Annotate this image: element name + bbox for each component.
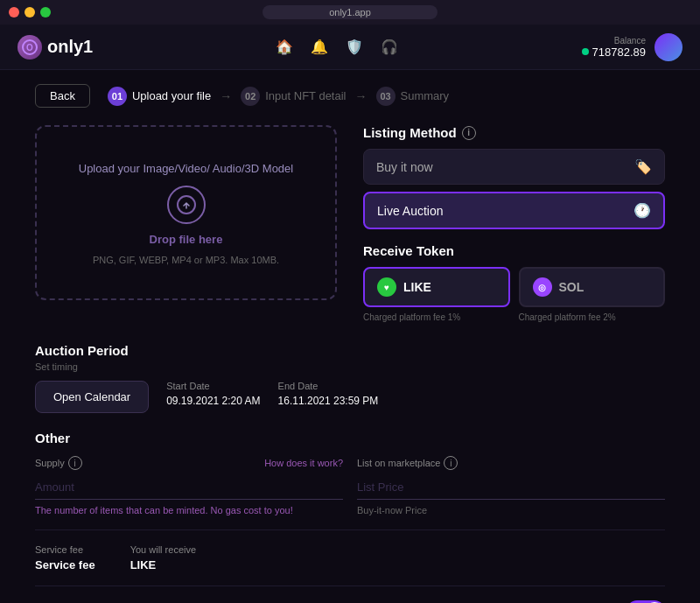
other-row: Supply i How does it work? The number of… (35, 456, 665, 515)
end-date-label: End Date (278, 381, 379, 391)
divider-2 (35, 585, 665, 586)
traffic-lights (9, 7, 51, 18)
other-section: Other Supply i How does it work? The num… (35, 431, 665, 515)
auction-row: Open Calendar Start Date 09.19.2021 2:20… (35, 381, 665, 413)
buy-now-label: Buy it now (376, 160, 433, 174)
sol-fee-label: Charged platform fee 2% (519, 312, 666, 322)
service-row: Service fee Service fee You will receive… (35, 544, 665, 571)
balance-dot (582, 48, 589, 55)
balance-info: Balance 718782.89 (582, 36, 646, 59)
supply-input[interactable] (35, 475, 343, 500)
drop-label: Drop file here (150, 233, 223, 246)
supply-label: Supply i (35, 456, 82, 470)
content-grid: Upload your Image/Video/ Audio/3D Model … (35, 125, 665, 322)
supply-link[interactable]: How does it work? (264, 458, 343, 468)
marketplace-info-icon: i (444, 456, 458, 470)
receive-token-title: Receive Token (363, 243, 454, 258)
service-fee-label: Service fee (35, 544, 95, 555)
logo[interactable]: O only1 (18, 35, 93, 60)
upload-panel: Upload your Image/Video/ Audio/3D Model … (35, 125, 337, 300)
url-bar: only1.app (262, 5, 438, 19)
auction-period-section: Auction Period Set timing Open Calendar … (35, 343, 665, 413)
like-token-label: LIKE (403, 280, 431, 294)
steps-bar: Back 01 Upload your file → 02 Input NFT … (35, 84, 665, 108)
marketplace-col: List on marketplace i Buy-it-now Price (357, 456, 665, 515)
other-title: Other (35, 431, 665, 445)
receive-token-section: Receive Token ♥ LIKE ◎ SOL Charged platf… (363, 243, 665, 322)
supply-hint: The number of items that can be minted. … (35, 505, 343, 515)
upload-title: Upload your Image/Video/ Audio/3D Model (79, 160, 293, 178)
marketplace-label: List on marketplace i (357, 456, 458, 470)
step-1: 01 Upload your file (108, 87, 211, 106)
step-2-circle: 02 (241, 87, 260, 106)
step-1-circle: 01 (108, 87, 127, 106)
upload-formats: PNG, GIF, WEBP, MP4 or MP3. Max 10MB. (93, 255, 279, 265)
avatar[interactable] (654, 33, 682, 61)
start-date-col: Start Date 09.19.2021 2:20 AM (166, 381, 260, 407)
start-date-label: Start Date (166, 381, 260, 391)
upload-area[interactable]: Upload your Image/Video/ Audio/3D Model … (35, 125, 337, 300)
listing-method-title: Listing Method (363, 125, 457, 140)
logo-text: only1 (47, 37, 93, 57)
minimize-icon[interactable] (24, 7, 35, 18)
auction-period-sub: Set timing (35, 361, 665, 372)
shield-icon[interactable]: 🛡️ (346, 39, 363, 55)
listing-option-live-auction[interactable]: Live Auction 🕐 (363, 192, 665, 229)
date-cols: Start Date 09.19.2021 2:20 AM End Date 1… (166, 381, 665, 407)
nav-right: Balance 718782.89 (582, 33, 682, 61)
listing-method-info-icon: i (462, 126, 476, 140)
token-options: ♥ LIKE ◎ SOL (363, 267, 665, 307)
receive-col: You will receive LIKE (130, 544, 196, 571)
logo-icon: O (18, 35, 42, 60)
step-3: 03 Summary (376, 87, 450, 106)
open-calendar-button[interactable]: Open Calendar (35, 381, 149, 413)
upload-icon (167, 186, 206, 224)
buy-it-now-label: Buy-it-now Price (357, 505, 665, 515)
back-button[interactable]: Back (35, 84, 90, 108)
auction-period-title: Auction Period (35, 343, 665, 358)
buy-now-icon: 🏷️ (634, 158, 652, 175)
sol-token-label: SOL (559, 280, 584, 294)
receive-label: You will receive (130, 544, 196, 555)
token-like-btn[interactable]: ♥ LIKE (363, 267, 510, 307)
live-auction-icon: 🕐 (634, 202, 651, 219)
supply-label-row: Supply i How does it work? (35, 456, 343, 470)
bell-icon[interactable]: 🔔 (311, 39, 328, 55)
like-fee-label: Charged platform fee 1% (363, 312, 510, 322)
supply-col: Supply i How does it work? The number of… (35, 456, 343, 515)
listing-method-header: Listing Method i (363, 125, 665, 140)
listing-options: Buy it now 🏷️ Live Auction 🕐 (363, 149, 665, 229)
divider-1 (35, 529, 665, 530)
fee-labels: Charged platform fee 1% Charged platform… (363, 312, 665, 322)
receive-value: LIKE (130, 558, 196, 571)
close-icon[interactable] (9, 7, 19, 18)
headphones-icon[interactable]: 🎧 (381, 39, 398, 55)
listing-option-buy-now[interactable]: Buy it now 🏷️ (363, 149, 665, 185)
start-date-value: 09.19.2021 2:20 AM (166, 395, 260, 407)
step-1-label: Upload your file (132, 89, 211, 102)
marketplace-label-row: List on marketplace i (357, 456, 665, 470)
end-date-col: End Date 16.11.2021 23:59 PM (278, 381, 379, 407)
supply-info-icon: i (68, 456, 82, 470)
marketplace-price-input[interactable] (357, 475, 665, 500)
live-auction-label: Live Auction (377, 204, 444, 218)
home-icon[interactable]: 🏠 (276, 39, 293, 55)
main-content: Back 01 Upload your file → 02 Input NFT … (0, 70, 700, 603)
step-2: 02 Input NFT detail (241, 87, 346, 106)
step-arrow-2: → (355, 89, 368, 103)
end-date-value: 16.11.2021 23:59 PM (278, 395, 379, 407)
step-2-label: Input NFT detail (265, 89, 346, 102)
balance-label: Balance (582, 36, 646, 46)
sol-token-icon: ◎ (533, 277, 552, 297)
token-sol-btn[interactable]: ◎ SOL (519, 267, 666, 307)
maximize-icon[interactable] (40, 7, 51, 18)
receive-token-header: Receive Token (363, 243, 665, 258)
nav-icons: 🏠 🔔 🛡️ 🎧 (276, 39, 398, 55)
svg-text:O: O (26, 43, 33, 53)
like-token-icon: ♥ (377, 277, 396, 297)
step-3-circle: 03 (376, 87, 396, 106)
balance-value: 718782.89 (582, 46, 646, 59)
titlebar: only1.app (0, 0, 700, 25)
right-panel: Listing Method i Buy it now 🏷️ Live Auct… (363, 125, 665, 322)
service-fee-value: Service fee (35, 558, 95, 571)
